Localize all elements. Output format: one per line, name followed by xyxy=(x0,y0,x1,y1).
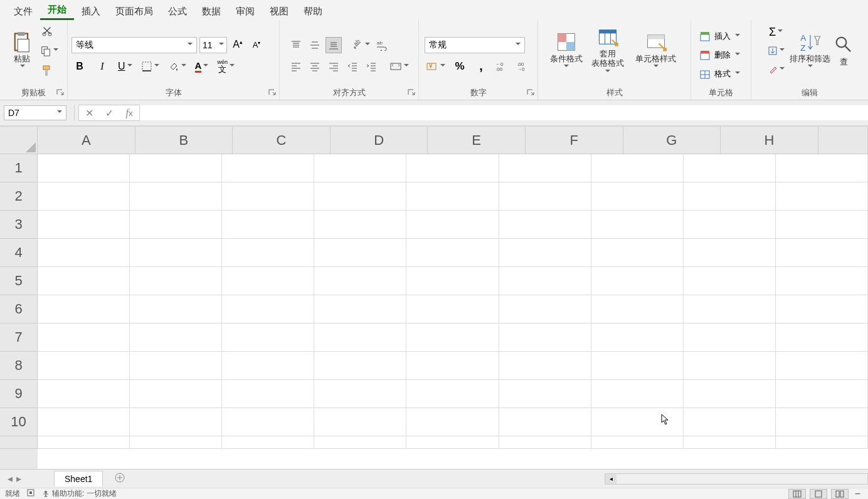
tab-review[interactable]: 审阅 xyxy=(228,2,262,20)
conditional-format-button[interactable]: 条件格式 xyxy=(549,23,583,78)
format-as-table-button[interactable]: 套用表格格式 xyxy=(586,23,630,78)
row-header[interactable]: 9 xyxy=(0,380,38,408)
sheet-next-button[interactable]: ▸ xyxy=(16,473,21,485)
column-header[interactable]: C xyxy=(233,127,331,154)
wrap-text-button[interactable]: ab xyxy=(374,37,390,53)
row-header[interactable]: 5 xyxy=(0,267,38,295)
accessibility-status[interactable]: 辅助功能: 一切就绪 xyxy=(41,488,117,499)
find-select-button[interactable]: 查 xyxy=(835,23,854,78)
align-top-button[interactable] xyxy=(288,37,304,53)
zoom-out-button[interactable]: − xyxy=(852,488,863,500)
tab-page-layout[interactable]: 页面布局 xyxy=(108,2,161,20)
column-header[interactable]: D xyxy=(331,127,428,154)
column-header[interactable]: E xyxy=(428,127,526,154)
enter-formula-button[interactable]: ✓ xyxy=(102,105,117,120)
column-header[interactable]: H xyxy=(721,127,818,154)
page-layout-view-button[interactable] xyxy=(810,489,827,499)
increase-decimal-button[interactable]: ←0.00 xyxy=(494,58,511,75)
sort-filter-button[interactable]: AZ 排序和筛选 xyxy=(788,23,832,78)
decrease-font-button[interactable]: A▾ xyxy=(248,37,265,53)
number-format-select[interactable]: 常规 xyxy=(425,37,525,53)
group-label: 样式 xyxy=(542,87,687,98)
increase-indent-button[interactable] xyxy=(363,58,379,75)
phonetic-guide-button[interactable]: wén文 xyxy=(216,58,236,75)
row-header[interactable]: 1 xyxy=(0,154,38,182)
insert-function-button[interactable]: fx xyxy=(122,105,137,120)
decrease-indent-button[interactable] xyxy=(344,58,361,75)
row-header[interactable]: 7 xyxy=(0,323,38,352)
orientation-button[interactable]: ab xyxy=(351,37,371,53)
font-name-select[interactable]: 等线 xyxy=(71,37,197,53)
column-header[interactable]: F xyxy=(526,127,623,154)
tab-data[interactable]: 数据 xyxy=(194,2,228,20)
format-painter-button[interactable] xyxy=(39,63,55,79)
increase-font-button[interactable]: A▴ xyxy=(230,37,246,53)
copy-button[interactable] xyxy=(39,43,60,59)
tab-home[interactable]: 开始 xyxy=(40,0,74,20)
merge-cells-button[interactable] xyxy=(388,58,410,75)
tab-formulas[interactable]: 公式 xyxy=(161,2,194,20)
formula-input[interactable] xyxy=(140,105,868,120)
format-cells-button[interactable]: 格式 xyxy=(699,66,743,82)
insert-cells-button[interactable]: 插入 xyxy=(699,28,743,45)
column-header[interactable] xyxy=(818,127,868,154)
row-header[interactable]: 6 xyxy=(0,295,38,323)
bold-button[interactable]: B xyxy=(71,58,88,75)
cell-styles-button[interactable]: 单元格样式 xyxy=(632,23,680,78)
align-right-button[interactable] xyxy=(326,58,342,75)
add-sheet-button[interactable] xyxy=(114,472,125,486)
dropdown-caret-icon xyxy=(735,53,740,58)
dialog-launcher-icon[interactable] xyxy=(526,88,535,97)
macro-record-icon[interactable] xyxy=(26,488,35,499)
comma-button[interactable]: , xyxy=(473,58,489,75)
svg-rect-24 xyxy=(599,30,616,34)
tab-view[interactable]: 视图 xyxy=(262,2,296,20)
sheet-tab[interactable]: Sheet1 xyxy=(54,471,103,486)
format-cells-icon xyxy=(699,68,711,80)
align-center-button[interactable] xyxy=(307,58,323,75)
accounting-format-button[interactable]: ¥ xyxy=(425,58,447,75)
row-header[interactable] xyxy=(0,436,38,449)
cancel-formula-button[interactable]: ✕ xyxy=(82,105,97,120)
border-button[interactable] xyxy=(140,58,161,75)
paste-button[interactable]: 粘贴 xyxy=(8,23,36,78)
sheet-prev-button[interactable]: ◂ xyxy=(8,473,13,485)
column-header[interactable]: A xyxy=(38,127,135,154)
tab-help[interactable]: 帮助 xyxy=(296,2,330,20)
dialog-launcher-icon[interactable] xyxy=(407,88,416,97)
formula-bar: D7 ✕ ✓ fx xyxy=(0,100,868,127)
delete-cells-button[interactable]: 删除 xyxy=(699,47,743,63)
tab-file[interactable]: 文件 xyxy=(6,2,40,20)
page-break-view-button[interactable] xyxy=(831,489,849,499)
underline-button[interactable]: U xyxy=(117,58,134,75)
fill-color-button[interactable] xyxy=(167,58,188,75)
italic-button[interactable]: I xyxy=(94,58,110,75)
row-header[interactable]: 2 xyxy=(0,182,38,211)
font-color-button[interactable]: A xyxy=(194,58,210,75)
select-all-corner[interactable] xyxy=(0,127,38,154)
name-box[interactable]: D7 xyxy=(4,105,66,120)
percent-button[interactable]: % xyxy=(452,58,468,75)
tab-insert[interactable]: 插入 xyxy=(74,2,108,20)
align-left-button[interactable] xyxy=(288,58,304,75)
row-header[interactable]: 8 xyxy=(0,352,38,380)
font-size-select[interactable]: 11 xyxy=(199,37,227,53)
dialog-launcher-icon[interactable] xyxy=(56,88,65,97)
clear-button[interactable] xyxy=(766,61,786,78)
scroll-left-button[interactable]: ◂ xyxy=(605,474,617,484)
normal-view-button[interactable] xyxy=(788,489,806,499)
row-header[interactable]: 10 xyxy=(0,408,38,436)
autosum-button[interactable]: Σ xyxy=(766,24,786,40)
decrease-decimal-button[interactable]: .00→0 xyxy=(516,58,532,75)
align-bottom-button[interactable] xyxy=(326,37,342,53)
column-header[interactable]: G xyxy=(623,127,721,154)
dialog-launcher-icon[interactable] xyxy=(268,88,277,97)
column-header[interactable]: B xyxy=(135,127,233,154)
align-middle-button[interactable] xyxy=(307,37,323,53)
cells-area[interactable] xyxy=(38,154,868,469)
fill-button[interactable] xyxy=(766,43,786,59)
row-header[interactable]: 3 xyxy=(0,211,38,239)
horizontal-scrollbar[interactable]: ◂ xyxy=(605,473,868,485)
cut-button[interactable] xyxy=(39,23,55,39)
row-header[interactable]: 4 xyxy=(0,239,38,267)
